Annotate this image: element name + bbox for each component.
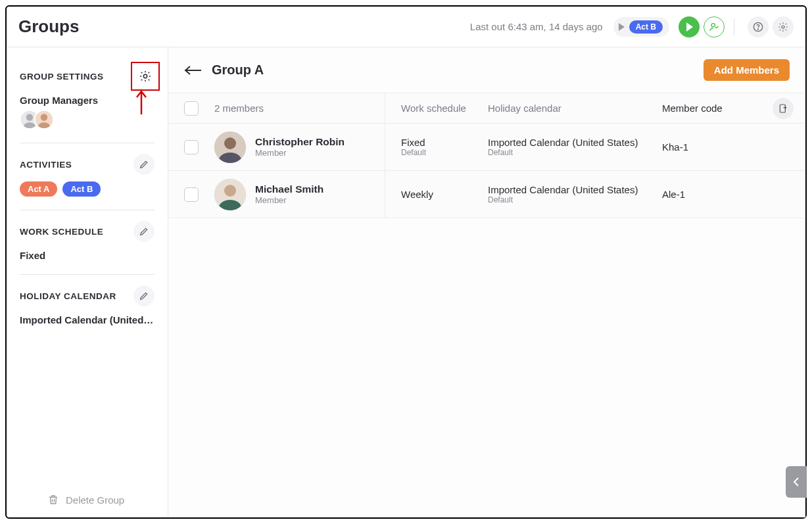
- table-row: Christopher Robin Member Fixed Default I…: [168, 124, 805, 171]
- work-schedule-value: Fixed: [20, 250, 155, 261]
- work-schedule-title: WORK SCHEDULE: [20, 227, 103, 237]
- main-panel: Group A Add Members 2 members Work sched…: [168, 47, 805, 517]
- start-activity-label: Act B: [629, 20, 663, 34]
- svg-point-2: [757, 28, 758, 29]
- table-header-row: 2 members Work schedule Holiday calendar…: [168, 93, 805, 124]
- settings-button[interactable]: [773, 16, 794, 37]
- member-name: Christopher Robin: [255, 136, 345, 148]
- holiday-calendar-title: HOLIDAY CALENDAR: [20, 291, 116, 301]
- col-work-schedule: Work schedule: [401, 103, 466, 114]
- pencil-icon: [139, 159, 149, 170]
- members-count-header: 2 members: [214, 103, 264, 114]
- member-role: Member: [255, 148, 345, 158]
- divider: [20, 210, 155, 210]
- add-members-button[interactable]: Add Members: [704, 59, 790, 81]
- trash-icon: [47, 494, 59, 506]
- divider: [20, 143, 155, 143]
- arrow-left-icon: [184, 65, 203, 76]
- pencil-icon: [139, 291, 149, 301]
- activity-chip[interactable]: Act A: [20, 181, 57, 197]
- row-schedule-sub: Default: [401, 148, 488, 157]
- edit-activities-button[interactable]: [133, 154, 155, 175]
- help-button[interactable]: [748, 16, 769, 37]
- group-name: Group A: [212, 62, 264, 78]
- row-checkbox[interactable]: [184, 187, 199, 202]
- svg-rect-11: [780, 105, 785, 112]
- svg-point-0: [711, 23, 715, 26]
- pencil-icon: [139, 226, 149, 237]
- table-row: Michael Smith Member Weekly Imported Cal…: [168, 171, 805, 218]
- row-holiday-sub: Default: [488, 148, 662, 157]
- gear-icon: [778, 22, 788, 32]
- row-checkbox[interactable]: [184, 140, 199, 155]
- sidebar: GROUP SETTINGS Group Managers: [7, 47, 168, 517]
- select-all-checkbox[interactable]: [184, 101, 199, 116]
- edit-calendar-button[interactable]: [133, 285, 155, 306]
- svg-point-3: [782, 26, 784, 28]
- avatar[interactable]: [34, 110, 54, 130]
- delete-group-button[interactable]: Delete Group: [20, 485, 155, 517]
- avatar: [214, 179, 246, 210]
- members-table: 2 members Work schedule Holiday calendar…: [168, 93, 805, 218]
- play-button[interactable]: [679, 16, 700, 37]
- start-activity-pill[interactable]: Act B: [613, 17, 669, 37]
- play-icon: [619, 23, 625, 31]
- row-holiday: Imported Calendar (United States): [488, 184, 662, 195]
- back-button[interactable]: [184, 65, 203, 76]
- svg-point-15: [224, 185, 236, 197]
- row-holiday-sub: Default: [488, 195, 662, 204]
- row-code: Ale-1: [662, 189, 770, 200]
- help-icon: [753, 22, 763, 32]
- svg-point-13: [224, 137, 236, 149]
- annotation-arrow-icon: [134, 89, 149, 116]
- row-holiday: Imported Calendar (United States): [488, 137, 662, 148]
- side-panel-toggle[interactable]: [786, 466, 807, 498]
- svg-point-9: [41, 114, 47, 120]
- avatar: [214, 131, 246, 163]
- export-icon: [778, 103, 788, 114]
- last-out-status: Last out 6:43 am, 14 days ago: [470, 21, 603, 32]
- page-title: Groups: [18, 16, 79, 37]
- export-button[interactable]: [773, 98, 794, 119]
- edit-schedule-button[interactable]: [133, 221, 155, 242]
- user-check-button[interactable]: [704, 16, 725, 37]
- col-holiday-calendar: Holiday calendar: [488, 103, 561, 114]
- header-divider: [734, 18, 734, 36]
- svg-point-7: [26, 114, 33, 120]
- chevron-left-icon: [793, 477, 800, 487]
- holiday-calendar-value: Imported Calendar (United …: [20, 314, 155, 325]
- activity-chip[interactable]: Act B: [62, 181, 101, 197]
- group-settings-gear[interactable]: [131, 62, 160, 91]
- group-settings-title: GROUP SETTINGS: [20, 72, 104, 82]
- col-member-code: Member code: [662, 103, 723, 114]
- gear-icon: [139, 70, 152, 83]
- delete-group-label: Delete Group: [66, 494, 124, 506]
- divider: [20, 274, 155, 275]
- svg-point-4: [143, 74, 147, 78]
- top-header: Groups Last out 6:43 am, 14 days ago Act…: [7, 7, 805, 47]
- member-name: Michael Smith: [255, 183, 323, 195]
- row-schedule: Weekly: [401, 189, 488, 200]
- activities-title: ACTIVITIES: [20, 160, 72, 170]
- row-schedule: Fixed: [401, 137, 488, 148]
- row-code: Kha-1: [662, 141, 770, 153]
- member-role: Member: [255, 195, 323, 205]
- user-check-icon: [709, 22, 719, 32]
